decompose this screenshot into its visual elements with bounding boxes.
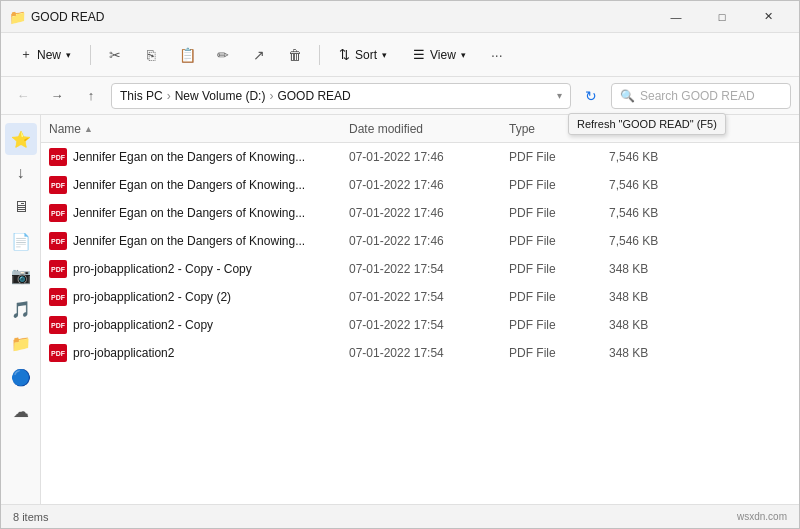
path-part-2: New Volume (D:) (175, 89, 266, 103)
sidebar-item-onedrive[interactable]: 🔵 (5, 361, 37, 393)
path-current: GOOD READ (277, 89, 350, 103)
sidebar-item-cloud[interactable]: ☁ (5, 395, 37, 427)
refresh-button[interactable]: ↻ Refresh "GOOD READ" (F5) (577, 82, 605, 110)
file-type: PDF File (509, 290, 609, 304)
new-button[interactable]: ＋ New ▾ (9, 39, 82, 71)
file-name: Jennifer Egan on the Dangers of Knowing.… (73, 234, 305, 248)
toolbar-sep-1 (90, 45, 91, 65)
cut-icon: ✂ (109, 47, 121, 63)
sort-label: Sort (355, 48, 377, 62)
copy-icon: ⎘ (147, 47, 155, 63)
view-chevron-icon: ▾ (461, 50, 466, 60)
rename-button[interactable]: ✏ (207, 39, 239, 71)
table-row[interactable]: PDF pro-jobapplication2 - Copy 07-01-202… (41, 311, 799, 339)
file-name-cell: PDF pro-jobapplication2 - Copy (49, 316, 349, 334)
file-name-cell: PDF pro-jobapplication2 (49, 344, 349, 362)
table-row[interactable]: PDF pro-jobapplication2 07-01-2022 17:54… (41, 339, 799, 367)
view-icon: ☰ (413, 47, 425, 62)
table-row[interactable]: PDF pro-jobapplication2 - Copy (2) 07-01… (41, 283, 799, 311)
file-date: 07-01-2022 17:46 (349, 150, 509, 164)
cut-button[interactable]: ✂ (99, 39, 131, 71)
file-size: 348 KB (609, 346, 709, 360)
window-title: GOOD READ (31, 10, 653, 24)
window-icon: 📁 (9, 9, 25, 25)
file-date: 07-01-2022 17:46 (349, 178, 509, 192)
path-sep-2: › (269, 89, 273, 103)
file-size: 7,546 KB (609, 206, 709, 220)
path-part-1: This PC (120, 89, 163, 103)
sidebar-item-music[interactable]: 🎵 (5, 293, 37, 325)
col-header-name[interactable]: Name ▲ (49, 122, 349, 136)
table-row[interactable]: PDF Jennifer Egan on the Dangers of Know… (41, 227, 799, 255)
table-row[interactable]: PDF Jennifer Egan on the Dangers of Know… (41, 143, 799, 171)
paste-button[interactable]: 📋 (171, 39, 203, 71)
search-icon: 🔍 (620, 89, 635, 103)
file-name: Jennifer Egan on the Dangers of Knowing.… (73, 178, 305, 192)
path-sep-1: › (167, 89, 171, 103)
refresh-tooltip: Refresh "GOOD READ" (F5) (568, 113, 726, 135)
file-name: pro-jobapplication2 - Copy (73, 318, 213, 332)
file-size: 348 KB (609, 262, 709, 276)
new-label: New (37, 48, 61, 62)
delete-button[interactable]: 🗑 (279, 39, 311, 71)
table-row[interactable]: PDF pro-jobapplication2 - Copy - Copy 07… (41, 255, 799, 283)
file-name-cell: PDF Jennifer Egan on the Dangers of Know… (49, 176, 349, 194)
sidebar-item-desktop[interactable]: 🖥 (5, 191, 37, 223)
maximize-button[interactable]: □ (699, 1, 745, 33)
forward-button[interactable]: → (43, 82, 71, 110)
sidebar: ⭐ ↓ 🖥 📄 📷 🎵 📁 🔵 ☁ (1, 115, 41, 504)
col-header-date[interactable]: Date modified (349, 122, 509, 136)
delete-icon: 🗑 (288, 47, 302, 63)
pdf-icon: PDF (49, 288, 67, 306)
pdf-icon: PDF (49, 232, 67, 250)
more-button[interactable]: ··· (481, 39, 513, 71)
window-controls: — □ ✕ (653, 1, 791, 33)
toolbar: ＋ New ▾ ✂ ⎘ 📋 ✏ ↗ 🗑 ⇅ Sort ▾ ☰ (1, 33, 799, 77)
title-bar: 📁 GOOD READ — □ ✕ (1, 1, 799, 33)
back-button[interactable]: ← (9, 82, 37, 110)
file-type: PDF File (509, 178, 609, 192)
file-date: 07-01-2022 17:46 (349, 206, 509, 220)
close-button[interactable]: ✕ (745, 1, 791, 33)
file-name-cell: PDF Jennifer Egan on the Dangers of Know… (49, 148, 349, 166)
file-name-cell: PDF pro-jobapplication2 - Copy - Copy (49, 260, 349, 278)
file-name: Jennifer Egan on the Dangers of Knowing.… (73, 206, 305, 220)
search-box[interactable]: 🔍 Search GOOD READ (611, 83, 791, 109)
sidebar-item-download[interactable]: ↓ (5, 157, 37, 189)
sidebar-item-documents[interactable]: 📄 (5, 225, 37, 257)
address-path[interactable]: This PC › New Volume (D:) › GOOD READ ▾ (111, 83, 571, 109)
file-name-cell: PDF pro-jobapplication2 - Copy (2) (49, 288, 349, 306)
sidebar-item-folder[interactable]: 📁 (5, 327, 37, 359)
up-button[interactable]: ↑ (77, 82, 105, 110)
file-size: 7,546 KB (609, 150, 709, 164)
toolbar-sep-2 (319, 45, 320, 65)
pdf-icon: PDF (49, 260, 67, 278)
sort-icon: ⇅ (339, 47, 350, 62)
file-date: 07-01-2022 17:46 (349, 234, 509, 248)
share-icon: ↗ (253, 47, 265, 63)
file-area: Name ▲ Date modified Type Size PDF Jenni… (41, 115, 799, 504)
copy-button[interactable]: ⎘ (135, 39, 167, 71)
file-date: 07-01-2022 17:54 (349, 262, 509, 276)
file-size: 7,546 KB (609, 178, 709, 192)
sidebar-item-pictures[interactable]: 📷 (5, 259, 37, 291)
file-name: Jennifer Egan on the Dangers of Knowing.… (73, 150, 305, 164)
sidebar-item-star[interactable]: ⭐ (5, 123, 37, 155)
table-row[interactable]: PDF Jennifer Egan on the Dangers of Know… (41, 199, 799, 227)
file-size: 348 KB (609, 290, 709, 304)
sort-chevron-icon: ▾ (382, 50, 387, 60)
file-name: pro-jobapplication2 - Copy - Copy (73, 262, 252, 276)
file-name-cell: PDF Jennifer Egan on the Dangers of Know… (49, 204, 349, 222)
name-sort-icon: ▲ (84, 124, 93, 134)
branding-logo: wsxdn.com (737, 511, 787, 522)
share-button[interactable]: ↗ (243, 39, 275, 71)
table-row[interactable]: PDF Jennifer Egan on the Dangers of Know… (41, 171, 799, 199)
view-button[interactable]: ☰ View ▾ (402, 39, 477, 71)
main-area: ⭐ ↓ 🖥 📄 📷 🎵 📁 🔵 ☁ Name ▲ Date modified T… (1, 115, 799, 504)
sort-button[interactable]: ⇅ Sort ▾ (328, 39, 398, 71)
file-name-cell: PDF Jennifer Egan on the Dangers of Know… (49, 232, 349, 250)
file-type: PDF File (509, 262, 609, 276)
item-count: 8 items (13, 511, 48, 523)
pdf-icon: PDF (49, 316, 67, 334)
minimize-button[interactable]: — (653, 1, 699, 33)
